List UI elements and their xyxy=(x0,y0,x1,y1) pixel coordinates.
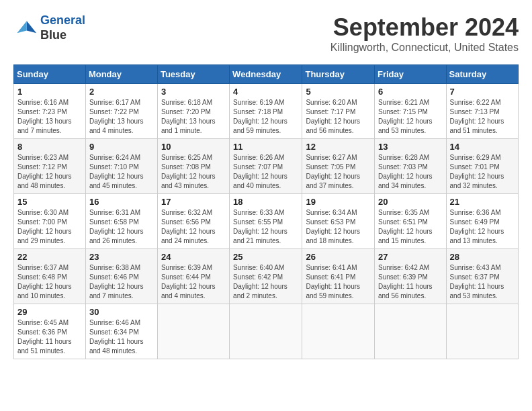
calendar-cell: 4Sunrise: 6:19 AMSunset: 7:18 PMDaylight… xyxy=(230,84,302,139)
calendar-cell: 29Sunrise: 6:45 AMSunset: 6:36 PMDayligh… xyxy=(14,304,86,359)
header-day: Thursday xyxy=(302,65,375,84)
day-detail: Sunrise: 6:37 AMSunset: 6:48 PMDaylight:… xyxy=(17,263,82,301)
day-number: 3 xyxy=(161,87,226,97)
day-detail: Sunrise: 6:28 AMSunset: 7:03 PMDaylight:… xyxy=(378,153,443,191)
header-day: Tuesday xyxy=(157,65,229,84)
calendar-cell: 25Sunrise: 6:40 AMSunset: 6:42 PMDayligh… xyxy=(230,249,302,304)
title-area: September 2024 Killingworth, Connecticut… xyxy=(330,13,519,54)
day-number: 25 xyxy=(233,252,298,262)
day-detail: Sunrise: 6:29 AMSunset: 7:01 PMDaylight:… xyxy=(450,153,515,191)
calendar-table: SundayMondayTuesdayWednesdayThursdayFrid… xyxy=(13,64,519,359)
calendar-cell: 28Sunrise: 6:43 AMSunset: 6:37 PMDayligh… xyxy=(446,249,518,304)
calendar-cell: 22Sunrise: 6:37 AMSunset: 6:48 PMDayligh… xyxy=(14,249,86,304)
day-detail: Sunrise: 6:30 AMSunset: 7:00 PMDaylight:… xyxy=(17,208,82,246)
header-row: SundayMondayTuesdayWednesdayThursdayFrid… xyxy=(14,65,519,84)
calendar-cell: 18Sunrise: 6:33 AMSunset: 6:55 PMDayligh… xyxy=(230,194,302,249)
day-detail: Sunrise: 6:22 AMSunset: 7:13 PMDaylight:… xyxy=(450,98,515,136)
day-detail: Sunrise: 6:42 AMSunset: 6:39 PMDaylight:… xyxy=(378,263,443,301)
day-detail: Sunrise: 6:43 AMSunset: 6:37 PMDaylight:… xyxy=(450,263,515,301)
header-day: Wednesday xyxy=(230,65,302,84)
day-number: 10 xyxy=(161,142,226,152)
calendar-cell: 14Sunrise: 6:29 AMSunset: 7:01 PMDayligh… xyxy=(446,139,518,194)
day-detail: Sunrise: 6:16 AMSunset: 7:23 PMDaylight:… xyxy=(17,98,82,136)
calendar-cell xyxy=(230,304,302,359)
calendar-cell: 17Sunrise: 6:32 AMSunset: 6:56 PMDayligh… xyxy=(157,194,229,249)
day-detail: Sunrise: 6:35 AMSunset: 6:51 PMDaylight:… xyxy=(378,208,443,246)
page-header: General Blue September 2024 Killingworth… xyxy=(13,13,519,54)
day-detail: Sunrise: 6:18 AMSunset: 7:20 PMDaylight:… xyxy=(161,98,226,136)
day-number: 17 xyxy=(161,197,226,207)
calendar-cell: 13Sunrise: 6:28 AMSunset: 7:03 PMDayligh… xyxy=(375,139,447,194)
day-number: 1 xyxy=(17,87,82,97)
day-number: 9 xyxy=(89,142,154,152)
day-number: 30 xyxy=(89,307,154,317)
day-number: 19 xyxy=(306,197,371,207)
day-detail: Sunrise: 6:41 AMSunset: 6:41 PMDaylight:… xyxy=(306,263,371,301)
day-number: 20 xyxy=(378,197,443,207)
day-detail: Sunrise: 6:21 AMSunset: 7:15 PMDaylight:… xyxy=(378,98,443,136)
day-number: 22 xyxy=(17,252,82,262)
calendar-cell xyxy=(302,304,375,359)
day-detail: Sunrise: 6:39 AMSunset: 6:44 PMDaylight:… xyxy=(161,263,226,301)
day-number: 16 xyxy=(89,197,154,207)
calendar-cell: 26Sunrise: 6:41 AMSunset: 6:41 PMDayligh… xyxy=(302,249,375,304)
calendar-cell xyxy=(157,304,229,359)
day-detail: Sunrise: 6:17 AMSunset: 7:22 PMDaylight:… xyxy=(89,98,154,136)
calendar-cell xyxy=(446,304,518,359)
day-detail: Sunrise: 6:46 AMSunset: 6:34 PMDaylight:… xyxy=(89,318,154,356)
day-number: 6 xyxy=(378,87,443,97)
calendar-cell: 12Sunrise: 6:27 AMSunset: 7:05 PMDayligh… xyxy=(302,139,375,194)
calendar-cell: 19Sunrise: 6:34 AMSunset: 6:53 PMDayligh… xyxy=(302,194,375,249)
calendar-cell: 16Sunrise: 6:31 AMSunset: 6:58 PMDayligh… xyxy=(85,194,157,249)
day-number: 4 xyxy=(233,87,298,97)
day-number: 8 xyxy=(17,142,82,152)
calendar-week-row: 15Sunrise: 6:30 AMSunset: 7:00 PMDayligh… xyxy=(14,194,519,249)
day-detail: Sunrise: 6:20 AMSunset: 7:17 PMDaylight:… xyxy=(306,98,371,136)
day-number: 12 xyxy=(306,142,371,152)
day-number: 27 xyxy=(378,252,443,262)
day-number: 23 xyxy=(89,252,154,262)
calendar-body: 1Sunrise: 6:16 AMSunset: 7:23 PMDaylight… xyxy=(14,84,519,359)
calendar-cell: 6Sunrise: 6:21 AMSunset: 7:15 PMDaylight… xyxy=(375,84,447,139)
calendar-cell: 15Sunrise: 6:30 AMSunset: 7:00 PMDayligh… xyxy=(14,194,86,249)
calendar-cell: 5Sunrise: 6:20 AMSunset: 7:17 PMDaylight… xyxy=(302,84,375,139)
calendar-cell: 11Sunrise: 6:26 AMSunset: 7:07 PMDayligh… xyxy=(230,139,302,194)
day-number: 15 xyxy=(17,197,82,207)
calendar-cell xyxy=(375,304,447,359)
logo: General Blue xyxy=(13,13,85,42)
day-number: 5 xyxy=(306,87,371,97)
day-number: 2 xyxy=(89,87,154,97)
day-number: 18 xyxy=(233,197,298,207)
day-detail: Sunrise: 6:27 AMSunset: 7:05 PMDaylight:… xyxy=(306,153,371,191)
day-detail: Sunrise: 6:32 AMSunset: 6:56 PMDaylight:… xyxy=(161,208,226,246)
calendar-cell: 7Sunrise: 6:22 AMSunset: 7:13 PMDaylight… xyxy=(446,84,518,139)
calendar-cell: 23Sunrise: 6:38 AMSunset: 6:46 PMDayligh… xyxy=(85,249,157,304)
day-detail: Sunrise: 6:40 AMSunset: 6:42 PMDaylight:… xyxy=(233,263,298,301)
logo-text: General Blue xyxy=(40,13,85,42)
header-day: Monday xyxy=(85,65,157,84)
header-day: Saturday xyxy=(446,65,518,84)
day-number: 24 xyxy=(161,252,226,262)
calendar-cell: 21Sunrise: 6:36 AMSunset: 6:49 PMDayligh… xyxy=(446,194,518,249)
day-number: 21 xyxy=(450,197,515,207)
svg-marker-0 xyxy=(27,21,36,33)
calendar-week-row: 8Sunrise: 6:23 AMSunset: 7:12 PMDaylight… xyxy=(14,139,519,194)
calendar-cell: 8Sunrise: 6:23 AMSunset: 7:12 PMDaylight… xyxy=(14,139,86,194)
day-detail: Sunrise: 6:31 AMSunset: 6:58 PMDaylight:… xyxy=(89,208,154,246)
calendar-week-row: 29Sunrise: 6:45 AMSunset: 6:36 PMDayligh… xyxy=(14,304,519,359)
day-detail: Sunrise: 6:23 AMSunset: 7:12 PMDaylight:… xyxy=(17,153,82,191)
day-number: 13 xyxy=(378,142,443,152)
day-number: 26 xyxy=(306,252,371,262)
day-number: 11 xyxy=(233,142,298,152)
calendar-cell: 1Sunrise: 6:16 AMSunset: 7:23 PMDaylight… xyxy=(14,84,86,139)
calendar-cell: 24Sunrise: 6:39 AMSunset: 6:44 PMDayligh… xyxy=(157,249,229,304)
day-number: 29 xyxy=(17,307,82,317)
calendar-week-row: 1Sunrise: 6:16 AMSunset: 7:23 PMDaylight… xyxy=(14,84,519,139)
day-detail: Sunrise: 6:36 AMSunset: 6:49 PMDaylight:… xyxy=(450,208,515,246)
day-detail: Sunrise: 6:26 AMSunset: 7:07 PMDaylight:… xyxy=(233,153,298,191)
calendar-cell: 20Sunrise: 6:35 AMSunset: 6:51 PMDayligh… xyxy=(375,194,447,249)
day-detail: Sunrise: 6:24 AMSunset: 7:10 PMDaylight:… xyxy=(89,153,154,191)
calendar-cell: 10Sunrise: 6:25 AMSunset: 7:08 PMDayligh… xyxy=(157,139,229,194)
day-detail: Sunrise: 6:38 AMSunset: 6:46 PMDaylight:… xyxy=(89,263,154,301)
calendar-cell: 3Sunrise: 6:18 AMSunset: 7:20 PMDaylight… xyxy=(157,84,229,139)
